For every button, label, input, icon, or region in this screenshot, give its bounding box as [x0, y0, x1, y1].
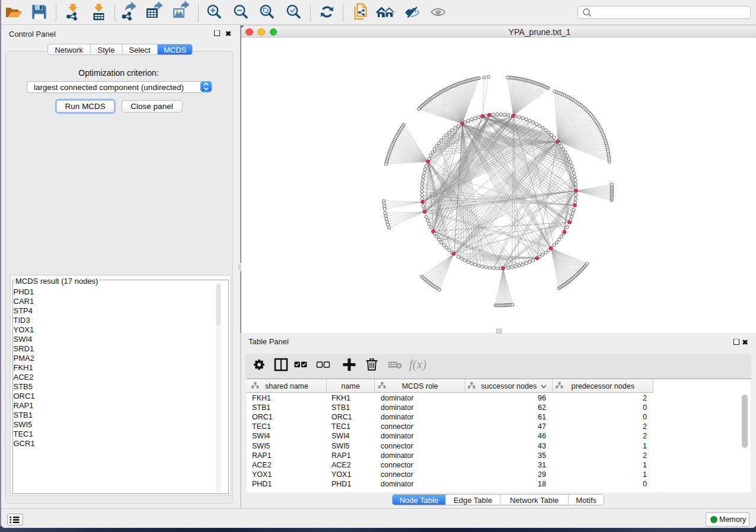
svg-text:f(x): f(x): [409, 357, 426, 371]
